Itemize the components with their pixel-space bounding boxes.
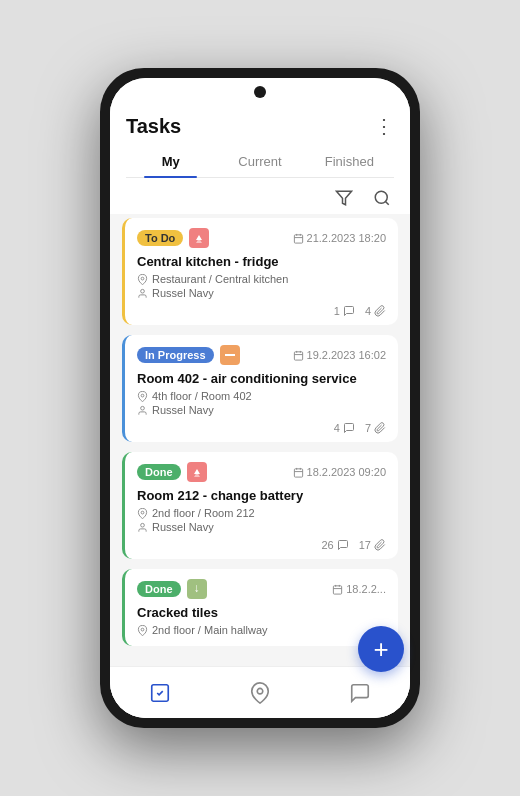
filter-icon[interactable] [330,184,358,212]
svg-rect-10 [294,351,302,359]
app-content: Tasks ⋮ My Current Finished [110,106,410,718]
svg-point-7 [141,277,144,280]
task-location: 2nd floor / Main hallway [137,624,386,636]
priority-icon [189,228,209,248]
status-badge: Done [137,581,181,597]
status-badge: In Progress [137,347,214,363]
task-assignee: Russel Navy [137,521,386,533]
attachment-count: 4 [365,305,386,317]
badge-group: Done [137,462,207,482]
task-location: 2nd floor / Room 212 [137,507,386,519]
bottom-navigation [110,666,410,718]
task-list: To Do 21.2.2023 18:20 Central kitchen - … [110,214,410,666]
svg-point-1 [375,191,387,203]
add-task-button[interactable]: + [358,626,404,672]
priority-icon [187,462,207,482]
task-footer: 1 4 [137,305,386,317]
priority-icon: ↓ [187,579,207,599]
task-date: 18.2.2... [332,583,386,595]
search-icon[interactable] [368,184,396,212]
comment-count: 4 [334,422,355,434]
svg-rect-16 [294,468,302,476]
task-title: Room 212 - change battery [137,488,386,503]
task-header: To Do 21.2.2023 18:20 [137,228,386,248]
task-footer: 26 17 [137,539,386,551]
svg-point-28 [257,688,263,694]
task-header: In Progress 19.2.2023 16:02 [137,345,386,365]
task-title: Central kitchen - fridge [137,254,386,269]
svg-rect-9 [225,354,235,356]
task-location: Restaurant / Central kitchen [137,273,386,285]
svg-point-8 [141,289,145,293]
phone-notch [254,86,266,98]
attachment-count: 17 [359,539,386,551]
header-row: Tasks ⋮ [126,114,394,144]
nav-location-icon[interactable] [240,673,280,713]
svg-point-26 [141,628,144,631]
task-header: Done 18.2.2023 09:20 [137,462,386,482]
priority-icon [220,345,240,365]
task-date: 18.2.2023 09:20 [293,466,386,478]
badge-group: To Do [137,228,209,248]
svg-marker-0 [337,191,352,205]
task-assignee: Russel Navy [137,404,386,416]
attachment-count: 7 [365,422,386,434]
tab-finished[interactable]: Finished [305,146,394,177]
task-location: 4th floor / Room 402 [137,390,386,402]
task-card[interactable]: Done 18.2.2023 09:20 Room 212 - change b… [122,452,398,559]
task-title: Room 402 - air conditioning service [137,371,386,386]
svg-rect-3 [294,234,302,242]
status-badge: To Do [137,230,183,246]
task-assignee: Russel Navy [137,287,386,299]
tab-my[interactable]: My [126,146,215,177]
comment-count: 1 [334,305,355,317]
task-card[interactable]: In Progress 19.2.2023 16:02 Room 402 - a… [122,335,398,442]
task-header: Done ↓ 18.2.2... [137,579,386,599]
svg-point-14 [141,394,144,397]
task-date: 19.2.2023 16:02 [293,349,386,361]
status-badge: Done [137,464,181,480]
toolbar [110,178,410,214]
nav-tasks-icon[interactable] [140,673,180,713]
task-card[interactable]: To Do 21.2.2023 18:20 Central kitchen - … [122,218,398,325]
app-header: Tasks ⋮ My Current Finished [110,106,410,178]
tab-bar: My Current Finished [126,146,394,178]
svg-point-20 [141,511,144,514]
comment-count: 26 [322,539,349,551]
svg-point-21 [141,523,145,527]
task-title: Cracked tiles [137,605,386,620]
page-title: Tasks [126,115,181,138]
more-options-icon[interactable]: ⋮ [374,114,394,138]
phone-screen: Tasks ⋮ My Current Finished [110,78,410,718]
svg-rect-22 [334,585,342,593]
task-date: 21.2.2023 18:20 [293,232,386,244]
task-card[interactable]: Done ↓ 18.2.2... Cracked tiles 2nd floor… [122,569,398,646]
svg-line-2 [385,201,388,204]
svg-point-15 [141,406,145,410]
nav-messages-icon[interactable] [340,673,380,713]
task-footer: 4 7 [137,422,386,434]
badge-group: Done ↓ [137,579,207,599]
badge-group: In Progress [137,345,240,365]
tab-current[interactable]: Current [215,146,304,177]
phone-frame: Tasks ⋮ My Current Finished [100,68,420,728]
